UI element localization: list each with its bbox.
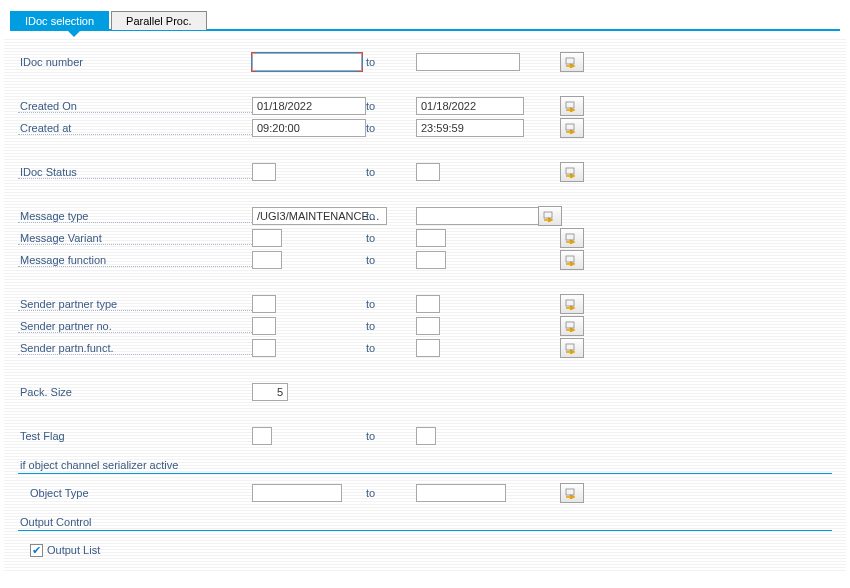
to-label: to [366, 210, 416, 222]
group-title-output-control: Output Control [18, 514, 832, 531]
idoc-status-from-input[interactable] [252, 163, 276, 181]
message-variant-from-input[interactable] [252, 229, 282, 247]
svg-rect-0 [566, 58, 574, 64]
sender-pfunc-from-input[interactable] [252, 339, 276, 357]
pack-size-input[interactable] [252, 383, 288, 401]
sender-pno-to-input[interactable] [416, 317, 440, 335]
label-idoc-status: IDoc Status [18, 166, 252, 179]
to-label: to [366, 320, 416, 332]
svg-rect-2 [566, 124, 574, 130]
svg-rect-10 [566, 489, 574, 495]
idoc-number-to-input[interactable] [416, 53, 520, 71]
label-message-type: Message type [18, 210, 252, 223]
label-created-at: Created at [18, 122, 252, 135]
arrow-right-icon [565, 56, 579, 68]
arrow-right-icon [543, 210, 557, 222]
svg-rect-6 [566, 256, 574, 262]
object-type-to-input[interactable] [416, 484, 506, 502]
label-test-flag: Test Flag [18, 430, 252, 442]
group-title-serializer: if object channel serializer active [18, 457, 832, 474]
label-created-on: Created On [18, 100, 252, 113]
to-label: to [366, 166, 416, 178]
multiple-selection-button[interactable] [560, 228, 584, 248]
created-at-from-input[interactable] [252, 119, 366, 137]
idoc-number-from-input[interactable] [252, 53, 362, 71]
arrow-right-icon [565, 232, 579, 244]
idoc-status-to-input[interactable] [416, 163, 440, 181]
created-on-to-input[interactable] [416, 97, 524, 115]
label-sender-partner-no: Sender partner no. [18, 320, 252, 333]
label-sender-partner-type: Sender partner type [18, 298, 252, 311]
to-label: to [366, 56, 416, 68]
to-label: to [366, 100, 416, 112]
multiple-selection-button[interactable] [560, 118, 584, 138]
to-label: to [366, 254, 416, 266]
tab-idoc-selection[interactable]: IDoc selection [10, 11, 109, 30]
multiple-selection-button[interactable] [560, 250, 584, 270]
to-label: to [366, 232, 416, 244]
arrow-right-icon [565, 100, 579, 112]
svg-rect-4 [544, 212, 552, 218]
sender-pfunc-to-input[interactable] [416, 339, 440, 357]
label-idoc-number: IDoc number [18, 56, 252, 68]
sender-ptype-from-input[interactable] [252, 295, 276, 313]
label-object-type: Object Type [30, 487, 252, 499]
output-list-checkbox[interactable]: ✔ [30, 544, 43, 557]
label-message-function: Message function [18, 254, 252, 267]
multiple-selection-button[interactable] [560, 294, 584, 314]
svg-rect-3 [566, 168, 574, 174]
multiple-selection-button[interactable] [560, 96, 584, 116]
message-variant-to-input[interactable] [416, 229, 446, 247]
tab-parallel-proc[interactable]: Parallel Proc. [111, 11, 206, 30]
to-label: to [366, 342, 416, 354]
message-function-to-input[interactable] [416, 251, 446, 269]
multiple-selection-button[interactable] [560, 483, 584, 503]
arrow-right-icon [565, 487, 579, 499]
multiple-selection-button[interactable] [538, 206, 562, 226]
arrow-right-icon [565, 122, 579, 134]
label-message-variant: Message Variant [18, 232, 252, 245]
svg-rect-8 [566, 322, 574, 328]
multiple-selection-button[interactable] [560, 52, 584, 72]
created-at-to-input[interactable] [416, 119, 524, 137]
created-on-from-input[interactable] [252, 97, 366, 115]
to-label: to [366, 430, 416, 442]
svg-rect-1 [566, 102, 574, 108]
to-label: to [366, 298, 416, 310]
arrow-right-icon [565, 254, 579, 266]
svg-rect-5 [566, 234, 574, 240]
arrow-right-icon [565, 320, 579, 332]
arrow-right-icon [565, 166, 579, 178]
label-sender-partn-func: Sender partn.funct. [18, 342, 252, 355]
test-flag-from-input[interactable] [252, 427, 272, 445]
sender-pno-from-input[interactable] [252, 317, 276, 335]
arrow-right-icon [565, 298, 579, 310]
multiple-selection-button[interactable] [560, 316, 584, 336]
to-label: to [366, 487, 416, 499]
object-type-from-input[interactable] [252, 484, 342, 502]
arrow-right-icon [565, 342, 579, 354]
check-icon: ✔ [32, 545, 41, 556]
label-pack-size: Pack. Size [18, 386, 252, 398]
message-function-from-input[interactable] [252, 251, 282, 269]
sender-ptype-to-input[interactable] [416, 295, 440, 313]
to-label: to [366, 122, 416, 134]
label-output-list: Output List [47, 544, 100, 556]
svg-rect-7 [566, 300, 574, 306]
multiple-selection-button[interactable] [560, 338, 584, 358]
svg-rect-9 [566, 344, 574, 350]
multiple-selection-button[interactable] [560, 162, 584, 182]
message-type-to-input[interactable] [416, 207, 546, 225]
test-flag-to-input[interactable] [416, 427, 436, 445]
